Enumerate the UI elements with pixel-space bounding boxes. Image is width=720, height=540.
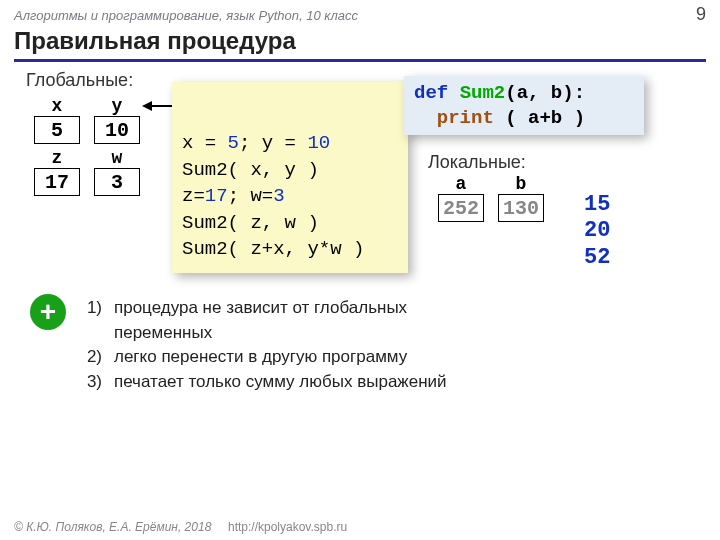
code-text: ; w=: [228, 185, 274, 207]
var-box-z: 17: [34, 168, 80, 196]
var-box-w: 3: [94, 168, 140, 196]
slide-title: Правильная процедура: [14, 27, 706, 62]
var-name-w: w: [94, 148, 140, 168]
copyright: © К.Ю. Поляков, Е.А. Ерёмин, 2018: [14, 520, 211, 534]
code-line: Sum2( z, w ): [182, 210, 398, 237]
footer: © К.Ю. Поляков, Е.А. Ерёмин, 2018 http:/…: [14, 520, 347, 534]
var-box-y: 10: [94, 116, 140, 144]
code-literal: 5: [228, 132, 239, 154]
slide-header: Алгоритмы и программирование, язык Pytho…: [0, 0, 720, 25]
var-box-x: 5: [34, 116, 80, 144]
keyword-print: print: [437, 107, 494, 129]
function-name: Sum2: [460, 82, 506, 104]
keyword-def: def: [414, 82, 448, 104]
page-number: 9: [696, 4, 706, 25]
advantages-list: 1)процедура не зависит от глобальныхпере…: [80, 296, 447, 395]
output-2: 20: [584, 218, 610, 244]
code-text: z=: [182, 185, 205, 207]
var-name-y: y: [94, 96, 140, 116]
course-label: Алгоритмы и программирование, язык Pytho…: [14, 8, 358, 23]
code-literal: 17: [205, 185, 228, 207]
bullet-1a: процедура не зависит от глобальных: [114, 298, 407, 317]
svg-marker-2: [142, 101, 152, 111]
print-body: ( a+b ): [494, 107, 585, 129]
content-area: Глобальные: x 5 y 10 z 17 w 3: [0, 62, 720, 82]
code-literal: 10: [307, 132, 330, 154]
code-block: x = 5; y = 10 Sum2( x, y ) z=17; w=3 Sum…: [172, 82, 408, 273]
plus-icon: +: [30, 294, 66, 330]
code-line: Sum2( x, y ): [182, 157, 398, 184]
bullet-1b: переменных: [114, 323, 212, 342]
locals-table: a 252 b 130: [438, 174, 544, 224]
var-val-b-shadow: 130: [503, 197, 539, 220]
locals-label: Локальные:: [428, 152, 526, 173]
code-literal: 3: [273, 185, 284, 207]
globals-table: x 5 y 10 z 17 w 3: [34, 96, 140, 198]
output-values: 15 20 52: [584, 192, 610, 271]
footer-url: http://kpolyakov.spb.ru: [228, 520, 347, 534]
var-box-a: 252: [438, 194, 484, 222]
output-1: 15: [584, 192, 610, 218]
definition-box: def Sum2(a, b): print ( a+b ): [404, 76, 644, 135]
bullet-num-3: 3): [80, 370, 102, 395]
var-name-b: b: [498, 174, 544, 194]
code-text: ; y =: [239, 132, 307, 154]
code-text: x =: [182, 132, 228, 154]
var-val-a-shadow: 252: [443, 197, 479, 220]
var-name-x: x: [34, 96, 80, 116]
var-name-a: a: [438, 174, 484, 194]
bullet-2: легко перенести в другую программу: [114, 345, 407, 370]
bullet-num-1: 1): [80, 296, 102, 345]
bullet-num-2: 2): [80, 345, 102, 370]
signature: (a, b):: [505, 82, 585, 104]
var-box-b: 130: [498, 194, 544, 222]
var-name-z: z: [34, 148, 80, 168]
bullet-3: печатает только сумму любых выражений: [114, 370, 447, 395]
code-line: Sum2( z+x, y*w ): [182, 236, 398, 263]
output-3: 52: [584, 245, 610, 271]
globals-label: Глобальные:: [26, 70, 133, 91]
